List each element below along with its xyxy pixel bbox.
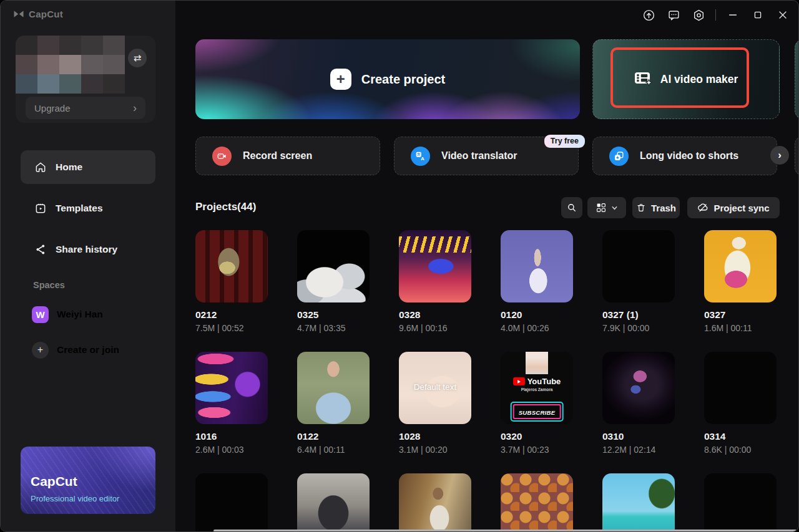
chevron-down-icon [611, 205, 618, 211]
project-card: 0328 9.6M | 00:16 [399, 230, 471, 333]
sidebar-item-label: Home [56, 162, 82, 173]
minimize-icon[interactable] [722, 6, 743, 24]
project-card: 0325 4.7M | 03:35 [297, 230, 370, 333]
close-icon[interactable] [772, 6, 793, 24]
settings-icon[interactable] [688, 6, 709, 24]
upgrade-label: Upgrade [34, 103, 71, 114]
project-name: 0327 [704, 309, 777, 321]
ai-video-maker-button[interactable]: AI video maker [592, 39, 780, 119]
record-screen-button[interactable]: Record screen [195, 137, 380, 175]
thumbnail-photo [526, 352, 548, 374]
maximize-icon[interactable] [747, 6, 768, 24]
spaces-section-header: Spaces [33, 280, 65, 290]
horizontal-scrollbar[interactable] [213, 530, 797, 532]
sidebar-item-share-history[interactable]: Share history [21, 233, 155, 266]
video-translator-button[interactable]: A Video translator Try free [394, 137, 579, 175]
project-meta: 6.4M | 00:11 [297, 445, 370, 455]
switch-account-icon[interactable]: ⇄ [128, 49, 147, 67]
project-card: Default text 1028 3.1M | 00:20 [399, 352, 471, 455]
next-tool-card-edge [795, 137, 799, 175]
project-meta: 7.5M | 00:52 [195, 323, 268, 333]
project-card [704, 473, 777, 532]
long-video-to-shorts-button[interactable]: Long video to shorts [592, 137, 777, 175]
trash-button[interactable]: Trash [632, 197, 680, 218]
project-card: 0212 7.5M | 00:52 [195, 230, 268, 333]
profile-card: ⇄ Upgrade › [16, 36, 155, 123]
tools-scroll-next-button[interactable]: › [770, 146, 789, 165]
red-highlight-annotation [610, 47, 749, 108]
project-card: YouTube Plajeros Zamora SUBSCRIBE 0320 3… [501, 352, 573, 455]
project-thumbnail[interactable] [602, 230, 675, 302]
profile-blurred-image [16, 36, 125, 94]
project-thumbnail[interactable] [602, 473, 675, 532]
search-button[interactable] [561, 197, 582, 218]
youtube-brand-text: YouTube [527, 377, 561, 386]
sidebar-item-space-weiyi-han[interactable]: W Weiyi Han [21, 302, 155, 327]
project-thumbnail[interactable]: Default text [399, 352, 471, 424]
project-thumbnail[interactable] [297, 230, 370, 302]
project-thumbnail[interactable] [195, 352, 268, 424]
project-thumbnail[interactable] [704, 473, 777, 532]
project-thumbnail[interactable] [501, 473, 573, 532]
projects-section-title: Projects(44) [195, 201, 256, 213]
project-thumbnail[interactable] [399, 473, 471, 532]
record-screen-label: Record screen [243, 150, 312, 162]
trash-label: Trash [651, 203, 676, 213]
app-logo: CapCut [13, 9, 63, 19]
shorts-icon [609, 147, 629, 166]
project-thumbnail[interactable] [501, 230, 573, 302]
project-card: 1016 2.6M | 00:03 [195, 352, 268, 455]
upgrade-button[interactable]: Upgrade › [26, 97, 145, 119]
space-name: Weiyi Han [57, 309, 103, 320]
project-meta: 4.7M | 03:35 [297, 323, 370, 333]
create-project-label: Create project [361, 72, 446, 87]
svg-text:A: A [421, 156, 424, 162]
sidebar-item-create-or-join[interactable]: + Create or join [21, 337, 155, 362]
youtube-brand-row: YouTube [501, 377, 573, 386]
project-meta: 12.2M | 02:14 [602, 445, 675, 455]
project-thumbnail[interactable]: YouTube Plajeros Zamora SUBSCRIBE [501, 352, 573, 424]
record-screen-icon [212, 147, 232, 166]
project-thumbnail[interactable] [297, 352, 370, 424]
translate-icon: A [411, 147, 430, 166]
project-meta: 2.6M | 00:03 [195, 445, 268, 455]
project-name: 0314 [704, 431, 777, 442]
capcut-promo-banner[interactable]: CapCut Professional video editor [21, 447, 155, 514]
project-thumbnail[interactable] [602, 352, 675, 424]
youtube-play-icon [513, 377, 525, 385]
project-meta: 4.0M | 00:26 [501, 323, 573, 333]
project-meta: 3.1M | 00:20 [399, 445, 471, 455]
project-name: 0310 [602, 431, 675, 442]
project-meta: 7.9K | 00:00 [602, 323, 675, 333]
project-thumbnail[interactable] [399, 230, 471, 302]
project-sync-button[interactable]: Project sync [687, 197, 780, 218]
sidebar-item-home[interactable]: Home [21, 150, 155, 184]
upload-icon[interactable] [638, 6, 659, 24]
project-thumbnail[interactable] [297, 473, 370, 532]
project-card [602, 473, 675, 532]
project-thumbnail[interactable] [195, 473, 268, 532]
feedback-icon[interactable] [663, 6, 684, 24]
search-icon [566, 202, 577, 213]
sidebar-item-templates[interactable]: Templates [21, 191, 155, 225]
plus-icon: + [330, 69, 351, 90]
project-name: 1016 [195, 431, 268, 442]
share-icon [34, 243, 47, 256]
banner-subtitle: Professional video editor [31, 494, 119, 503]
project-thumbnail[interactable] [195, 230, 268, 302]
project-card: 0122 6.4M | 00:11 [297, 352, 370, 455]
project-thumbnail[interactable] [704, 230, 777, 302]
project-name: 0212 [195, 309, 268, 321]
video-translator-label: Video translator [441, 150, 517, 162]
project-card [195, 473, 268, 532]
project-meta: 9.6M | 00:16 [399, 323, 471, 333]
youtube-channel-name: Plajeros Zamora [501, 387, 573, 392]
grid-view-icon [596, 203, 606, 213]
project-sync-label: Project sync [713, 203, 769, 213]
view-mode-dropdown[interactable] [587, 197, 626, 218]
templates-icon [34, 202, 47, 215]
titlebar-divider [715, 9, 716, 21]
subscribe-box: SUBSCRIBE [511, 402, 564, 422]
create-project-button[interactable]: + Create project [195, 39, 580, 119]
project-thumbnail[interactable] [704, 352, 777, 424]
